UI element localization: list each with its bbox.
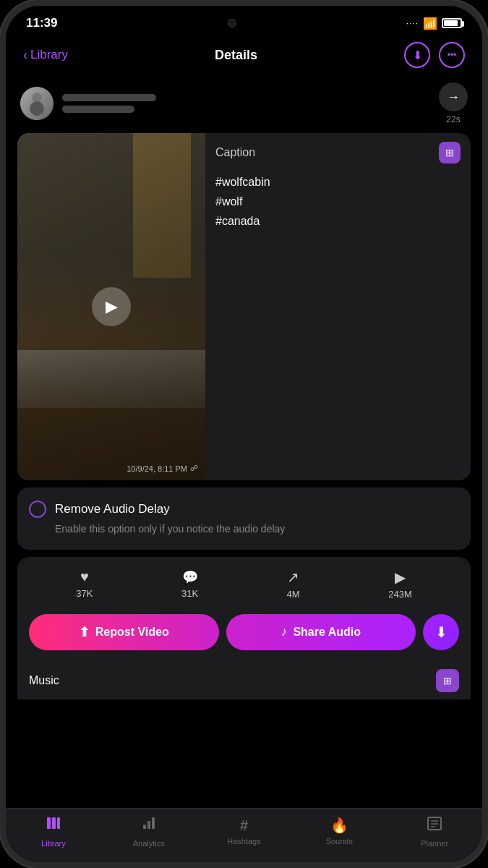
shares-value: 4M bbox=[287, 589, 300, 600]
copy-icon: ⊞ bbox=[445, 147, 454, 158]
repost-icon: ⬆ bbox=[79, 624, 90, 640]
views-stat: ▶ 243M bbox=[388, 569, 412, 600]
handle-line bbox=[62, 106, 134, 113]
status-bar: 11:39 ···· 📶 bbox=[6, 6, 482, 36]
user-info bbox=[62, 94, 430, 113]
music-add-button[interactable]: ⊞ bbox=[436, 669, 459, 692]
caption-panel: Caption ⊞ #wolfcabin#wolf#canada bbox=[205, 133, 471, 480]
video-thumbnail[interactable]: ▶ 10/9/24, 8:11 PM ☍ bbox=[17, 133, 205, 480]
svg-rect-4 bbox=[147, 821, 150, 829]
next-button[interactable]: → bbox=[439, 82, 468, 111]
photo-icon: ☍ bbox=[190, 464, 198, 473]
tab-library[interactable]: Library bbox=[6, 814, 101, 848]
arrow-right-icon: → bbox=[447, 90, 460, 105]
tab-hashtags[interactable]: # Hashtags bbox=[197, 817, 292, 846]
back-button[interactable]: ‹ Library bbox=[23, 48, 68, 63]
audio-delay-title: Remove Audio Delay bbox=[55, 502, 170, 516]
views-value: 243M bbox=[388, 589, 412, 600]
shares-stat: ↗ 4M bbox=[287, 569, 300, 600]
likes-value: 37K bbox=[76, 588, 93, 599]
music-title: Music bbox=[29, 674, 59, 687]
camera-pill bbox=[228, 19, 236, 27]
music-copy-icon: ⊞ bbox=[443, 675, 452, 686]
sounds-icon: 🔥 bbox=[330, 817, 348, 834]
heart-icon: ♥ bbox=[80, 569, 89, 585]
page-title: Details bbox=[215, 48, 257, 63]
user-row: → 22s bbox=[6, 77, 482, 130]
avatar bbox=[20, 87, 53, 120]
comments-stat: 💬 31K bbox=[181, 569, 198, 599]
tab-analytics[interactable]: Analytics bbox=[101, 814, 197, 848]
music-section: Music ⊞ bbox=[17, 662, 471, 699]
copy-caption-button[interactable]: ⊞ bbox=[439, 142, 461, 163]
svg-rect-3 bbox=[143, 825, 146, 829]
signal-icon: ···· bbox=[406, 18, 419, 28]
more-icon: ••• bbox=[448, 50, 457, 60]
tab-sounds[interactable]: 🔥 Sounds bbox=[291, 817, 387, 846]
likes-stat: ♥ 37K bbox=[76, 569, 93, 599]
caption-label: Caption bbox=[215, 146, 255, 159]
action-buttons-row: ⬆ Repost Video ♪ Share Audio ⬇ bbox=[17, 608, 471, 662]
comments-value: 31K bbox=[181, 588, 198, 599]
audio-delay-toggle[interactable] bbox=[29, 501, 46, 518]
post-card: ▶ 10/9/24, 8:11 PM ☍ Caption ⊞ bbox=[17, 133, 471, 480]
nav-bar: ‹ Library Details ⬇ ••• bbox=[6, 36, 482, 77]
video-timestamp: 10/9/24, 8:11 PM ☍ bbox=[127, 464, 198, 473]
analytics-icon bbox=[140, 814, 158, 836]
hashtags-icon: # bbox=[240, 817, 248, 834]
svg-rect-2 bbox=[57, 817, 60, 829]
timestamp-text: 10/9/24, 8:11 PM bbox=[127, 464, 187, 473]
tab-sounds-label: Sounds bbox=[326, 837, 353, 846]
download-arrow-icon: ⬇ bbox=[435, 624, 448, 641]
tab-planner-label: Planner bbox=[421, 839, 448, 848]
play-icon: ▶ bbox=[106, 297, 118, 316]
svg-rect-0 bbox=[47, 817, 51, 829]
battery-icon bbox=[442, 18, 462, 28]
tab-library-label: Library bbox=[41, 839, 66, 848]
wifi-icon: 📶 bbox=[423, 17, 437, 30]
download-button[interactable]: ⬇ bbox=[404, 42, 430, 68]
play-button[interactable]: ▶ bbox=[92, 287, 131, 326]
comment-icon: 💬 bbox=[182, 569, 198, 585]
caption-text: #wolfcabin#wolf#canada bbox=[215, 172, 461, 231]
repost-video-button[interactable]: ⬆ Repost Video bbox=[29, 614, 219, 650]
views-icon: ▶ bbox=[395, 569, 406, 586]
tab-planner[interactable]: Planner bbox=[387, 814, 482, 848]
share-audio-label: Share Audio bbox=[293, 626, 361, 639]
download-video-button[interactable]: ⬇ bbox=[423, 614, 459, 650]
nav-actions: ⬇ ••• bbox=[404, 42, 465, 68]
tab-bar: Library Analytics # Hashtags 🔥 Sounds bbox=[6, 808, 482, 862]
time-label: 22s bbox=[446, 114, 460, 124]
share-icon: ↗ bbox=[287, 569, 299, 586]
chevron-left-icon: ‹ bbox=[23, 48, 27, 63]
svg-rect-1 bbox=[52, 817, 56, 829]
audio-delay-card: Remove Audio Delay Enable this option on… bbox=[17, 488, 471, 550]
library-icon bbox=[45, 814, 62, 836]
main-content: → 22s ▶ bbox=[6, 77, 482, 808]
stats-row: ♥ 37K 💬 31K ↗ 4M ▶ 243M bbox=[17, 557, 471, 608]
share-audio-button[interactable]: ♪ Share Audio bbox=[226, 614, 416, 650]
status-time: 11:39 bbox=[26, 16, 57, 30]
status-icons: ···· 📶 bbox=[406, 17, 462, 30]
username-line bbox=[62, 94, 156, 101]
back-label: Library bbox=[30, 48, 68, 62]
repost-label: Repost Video bbox=[95, 626, 169, 639]
music-note-icon: ♪ bbox=[281, 624, 287, 639]
tab-hashtags-label: Hashtags bbox=[227, 837, 260, 846]
download-icon: ⬇ bbox=[413, 48, 422, 62]
planner-icon bbox=[426, 814, 443, 836]
tab-analytics-label: Analytics bbox=[133, 839, 165, 848]
audio-delay-description: Enable this option only if you notice th… bbox=[29, 522, 459, 537]
svg-rect-5 bbox=[152, 817, 155, 829]
more-button[interactable]: ••• bbox=[439, 42, 465, 68]
